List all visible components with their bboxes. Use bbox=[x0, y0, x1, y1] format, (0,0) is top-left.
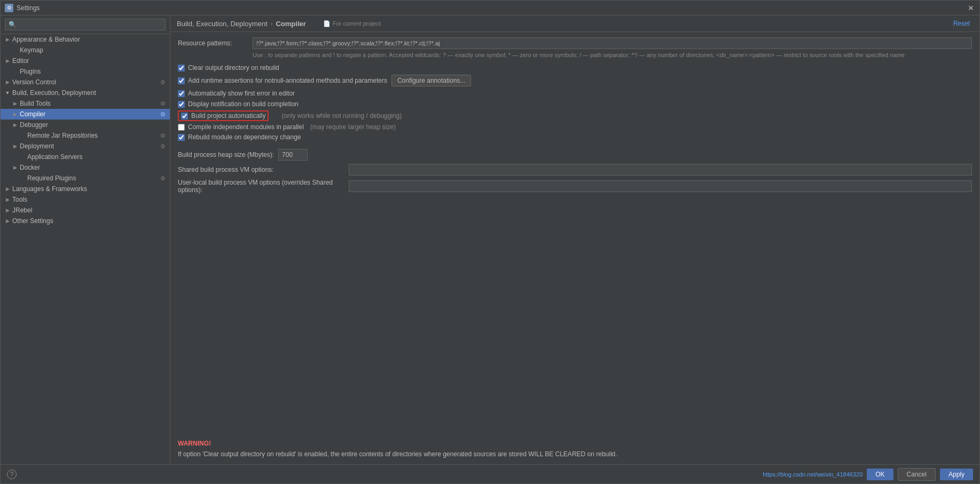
shared-vm-input[interactable] bbox=[349, 164, 972, 176]
arrow-icon: ▶ bbox=[12, 165, 18, 170]
sidebar-item-editor[interactable]: ▶ Editor bbox=[1, 55, 170, 66]
warning-section: WARNING! If option 'Clear output directo… bbox=[170, 434, 979, 464]
hint-text: Use ; to separate patterns and ! to nega… bbox=[253, 51, 972, 59]
settings-window: ⚙ Settings ✕ ▶ Appearance & Behavior ▶ K… bbox=[0, 0, 980, 484]
arrow-icon: ▶ bbox=[12, 112, 18, 117]
panel-bottom: Resource patterns: Use ; to separate pat… bbox=[170, 32, 979, 464]
sidebar-item-remote-jar[interactable]: ▶ Remote Jar Repositories ⚙ bbox=[1, 130, 170, 141]
search-input[interactable] bbox=[5, 19, 166, 30]
sidebar-item-debugger[interactable]: ▶ Debugger bbox=[1, 120, 170, 130]
sidebar-item-appearance[interactable]: ▶ Appearance & Behavior bbox=[1, 34, 170, 45]
user-vm-label: User-local build process VM options (ove… bbox=[178, 179, 349, 194]
sidebar-item-label: Version Control bbox=[12, 78, 56, 86]
show-first-error-checkbox[interactable] bbox=[178, 90, 185, 97]
user-vm-input[interactable] bbox=[349, 180, 972, 192]
arrow-icon: ▶ bbox=[5, 208, 10, 213]
shared-vm-options-row: Shared build process VM options: bbox=[178, 164, 972, 176]
sidebar-item-other-settings[interactable]: ▶ Other Settings bbox=[1, 216, 170, 226]
for-current-project-label: For current project bbox=[333, 20, 381, 27]
compile-parallel-checkbox[interactable] bbox=[178, 124, 185, 131]
panel-main-content: Resource patterns: Use ; to separate pat… bbox=[170, 32, 979, 434]
title-bar: ⚙ Settings ✕ bbox=[1, 1, 979, 15]
resource-patterns-row: Resource patterns: bbox=[178, 37, 972, 49]
sidebar-item-label: Compiler bbox=[20, 110, 45, 118]
add-runtime-row: Add runtime assertions for notnull-annot… bbox=[178, 74, 972, 87]
show-first-error-row: Automatically show first error in editor bbox=[178, 89, 972, 98]
display-notification-label: Display notification on build completion bbox=[188, 100, 299, 108]
sidebar-item-version-control[interactable]: ▶ Version Control ⚙ bbox=[1, 77, 170, 88]
ok-button[interactable]: OK bbox=[867, 469, 893, 480]
sidebar-item-build-execution[interactable]: ▼ Build, Execution, Deployment bbox=[1, 88, 170, 98]
gear-icon: ⚙ bbox=[160, 79, 166, 86]
sidebar-item-label: Debugger bbox=[20, 121, 48, 129]
close-button[interactable]: ✕ bbox=[967, 4, 975, 12]
breadcrumb-current: Compiler bbox=[276, 20, 305, 28]
sidebar-item-label: Languages & Frameworks bbox=[12, 185, 87, 193]
arrow-icon: ▶ bbox=[12, 122, 18, 128]
sidebar-item-label: Build Tools bbox=[20, 100, 51, 107]
sidebar-item-label: Editor bbox=[12, 57, 29, 65]
window-title: Settings bbox=[17, 4, 40, 12]
arrow-icon: ▶ bbox=[12, 144, 18, 149]
reset-button[interactable]: Reset bbox=[950, 19, 973, 28]
build-automatically-note: (only works while not running / debuggin… bbox=[281, 112, 402, 120]
build-automatically-checkbox[interactable] bbox=[181, 113, 188, 120]
cancel-button[interactable]: Cancel bbox=[898, 468, 936, 481]
build-automatically-row: Build project automatically (only works … bbox=[178, 110, 972, 121]
help-button[interactable]: ? bbox=[7, 470, 17, 479]
arrow-icon: ▶ bbox=[5, 58, 10, 64]
warning-text: If option 'Clear output directory on reb… bbox=[178, 449, 972, 459]
arrow-icon: ▶ bbox=[12, 101, 18, 106]
sidebar-item-label: Required Plugins bbox=[27, 174, 76, 182]
add-runtime-checkbox[interactable] bbox=[178, 77, 185, 84]
sidebar-item-label: Application Servers bbox=[27, 153, 82, 161]
sidebar-item-deployment[interactable]: ▶ Deployment ⚙ bbox=[1, 141, 170, 152]
sidebar-item-label: Deployment bbox=[20, 142, 54, 150]
arrow-icon: ▶ bbox=[5, 197, 10, 202]
sidebar-item-compiler[interactable]: ▶ Compiler ⚙ bbox=[1, 109, 170, 120]
compile-parallel-row: Compile independent modules in parallel … bbox=[178, 123, 972, 131]
configure-annotations-button[interactable]: Configure annotations... bbox=[391, 75, 471, 86]
sidebar-item-docker[interactable]: ▶ Docker bbox=[1, 162, 170, 173]
sidebar-item-required-plugins[interactable]: ▶ Required Plugins ⚙ bbox=[1, 173, 170, 184]
heap-size-label: Build process heap size (Mbytes): bbox=[178, 151, 274, 158]
sidebar-item-label: Remote Jar Repositories bbox=[27, 132, 98, 139]
window-icon: ⚙ bbox=[5, 4, 13, 12]
build-automatically-label: Build project automatically bbox=[191, 112, 265, 120]
sidebar-item-label: JRebel bbox=[12, 207, 32, 214]
sidebar-item-label: Plugins bbox=[20, 68, 41, 75]
compile-parallel-label: Compile independent modules in parallel bbox=[188, 123, 304, 131]
sidebar-item-languages[interactable]: ▶ Languages & Frameworks bbox=[1, 184, 170, 194]
content-area: ▶ Appearance & Behavior ▶ Keymap ▶ Edito… bbox=[1, 15, 979, 464]
sidebar-item-plugins[interactable]: ▶ Plugins bbox=[1, 66, 170, 77]
breadcrumb-parent: Build, Execution, Deployment bbox=[177, 20, 268, 28]
sidebar-item-tools[interactable]: ▶ Tools bbox=[1, 194, 170, 205]
apply-button[interactable]: Apply bbox=[940, 469, 973, 480]
title-bar-left: ⚙ Settings bbox=[5, 4, 40, 12]
sidebar-item-keymap[interactable]: ▶ Keymap bbox=[1, 45, 170, 55]
search-box bbox=[1, 15, 170, 34]
resource-patterns-input[interactable] bbox=[253, 37, 972, 49]
clear-output-checkbox[interactable] bbox=[178, 65, 185, 72]
compile-parallel-note: (may require larger heap size) bbox=[310, 123, 396, 131]
rebuild-module-checkbox[interactable] bbox=[178, 134, 185, 141]
sidebar-item-label: Build, Execution, Deployment bbox=[12, 89, 96, 97]
heap-size-input[interactable] bbox=[278, 149, 308, 161]
sidebar-item-application-servers[interactable]: ▶ Application Servers bbox=[1, 152, 170, 162]
url-text: https://blog.csdn.net/weixin_41846320 bbox=[763, 471, 863, 478]
sidebar-item-label: Keymap bbox=[20, 46, 43, 54]
gear-icon: ⚙ bbox=[160, 111, 166, 118]
sidebar-item-label: Other Settings bbox=[12, 217, 53, 225]
build-automatically-highlight-box: Build project automatically bbox=[178, 110, 269, 121]
gear-icon: ⚙ bbox=[160, 175, 166, 182]
user-vm-options-row: User-local build process VM options (ove… bbox=[178, 179, 972, 194]
sidebar-item-build-tools[interactable]: ▶ Build Tools ⚙ bbox=[1, 98, 170, 109]
show-first-error-label: Automatically show first error in editor bbox=[188, 90, 295, 97]
heap-size-row: Build process heap size (Mbytes): bbox=[178, 149, 972, 161]
sidebar-item-label: Docker bbox=[20, 164, 40, 171]
bottom-right-actions: https://blog.csdn.net/weixin_41846320 OK… bbox=[763, 468, 973, 481]
sidebar-item-label: Tools bbox=[12, 196, 27, 203]
arrow-icon: ▼ bbox=[5, 90, 10, 96]
display-notification-checkbox[interactable] bbox=[178, 101, 185, 108]
sidebar-item-jrebel[interactable]: ▶ JRebel bbox=[1, 205, 170, 216]
